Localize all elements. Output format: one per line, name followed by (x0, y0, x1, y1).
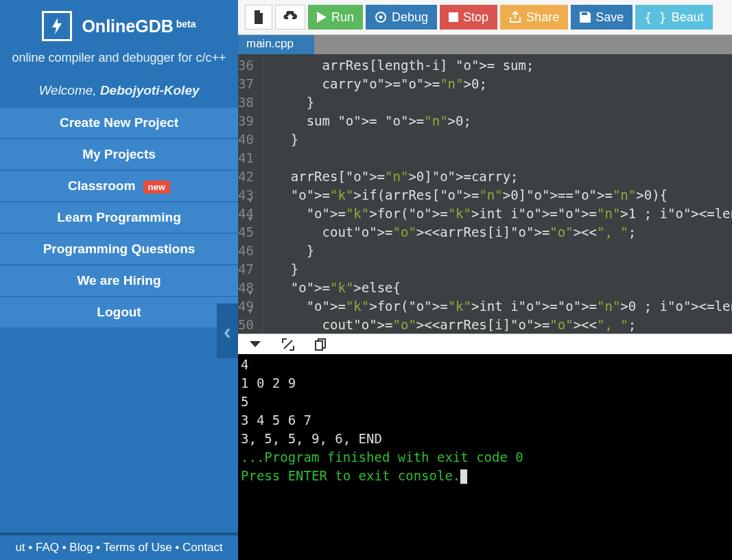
file-icon (253, 10, 264, 24)
new-badge: new (143, 180, 170, 194)
stop-icon (449, 12, 458, 22)
logo-icon (42, 11, 72, 41)
sidebar-item-questions[interactable]: Programming Questions (0, 234, 238, 266)
code-area[interactable]: arrRes[length-i] "o">= sum; carry"o">="o… (263, 54, 732, 334)
sidebar-item-learn[interactable]: Learn Programming (0, 202, 238, 234)
svg-rect-2 (449, 12, 458, 22)
stop-button[interactable]: Stop (440, 5, 497, 30)
play-icon (317, 12, 327, 23)
brand-name: OnlineGDB (82, 16, 173, 36)
beautify-button[interactable]: { } Beaut (635, 5, 713, 30)
tagline: online compiler and debugger for c/c++ (0, 51, 238, 65)
chevron-left-icon: ‹ (224, 318, 231, 345)
chevron-down-icon[interactable] (249, 340, 261, 349)
upload-button[interactable] (275, 5, 305, 30)
sidebar: OnlineGDBbeta online compiler and debugg… (0, 0, 238, 560)
sidebar-item-logout[interactable]: Logout (0, 297, 238, 329)
console-toolbar (238, 334, 732, 354)
code-editor[interactable]: 3637383940414243▼44▼45464748▼49▼50 arrRe… (238, 54, 732, 334)
upload-icon (283, 11, 297, 23)
footer-links[interactable]: ut • FAQ • Blog • Terms of Use • Contact (0, 533, 238, 560)
logo-row: OnlineGDBbeta (0, 11, 238, 41)
new-file-button[interactable] (245, 5, 272, 30)
console-output[interactable]: 41 0 2 953 4 5 6 73, 5, 5, 9, 6, END...P… (238, 354, 732, 560)
sidebar-item-projects[interactable]: My Projects (0, 139, 238, 171)
sidebar-item-create[interactable]: Create New Project (0, 108, 238, 139)
tab-bar: main.cpp (238, 35, 732, 54)
target-icon (375, 11, 387, 23)
save-icon (580, 12, 591, 23)
share-icon (509, 11, 521, 23)
run-button[interactable]: Run (308, 5, 363, 30)
svg-rect-3 (316, 341, 322, 350)
sidebar-item-classroom[interactable]: Classroom new (0, 171, 238, 202)
toolbar: Run Debug Stop Share Save { } Beaut (238, 0, 732, 35)
expand-icon[interactable] (282, 338, 294, 351)
brand-title: OnlineGDBbeta (82, 16, 196, 36)
share-button[interactable]: Share (500, 5, 568, 30)
collapse-sidebar-button[interactable]: ‹ (217, 303, 238, 358)
sidebar-menu: Create New Project My Projects Classroom… (0, 108, 238, 329)
braces-icon: { } (644, 10, 667, 25)
tab-main-cpp[interactable]: main.cpp (238, 35, 314, 54)
brand-beta: beta (176, 19, 196, 30)
save-button[interactable]: Save (571, 5, 633, 30)
welcome-text: Welcome, Debojyoti-Koley (0, 83, 238, 98)
line-gutter: 3637383940414243▼44▼45464748▼49▼50 (238, 54, 263, 334)
copy-icon[interactable] (315, 338, 326, 351)
main-area: Run Debug Stop Share Save { } Beaut main… (238, 0, 732, 560)
svg-point-1 (379, 16, 383, 19)
sidebar-item-hiring[interactable]: We are Hiring (0, 266, 238, 297)
debug-button[interactable]: Debug (366, 5, 437, 30)
